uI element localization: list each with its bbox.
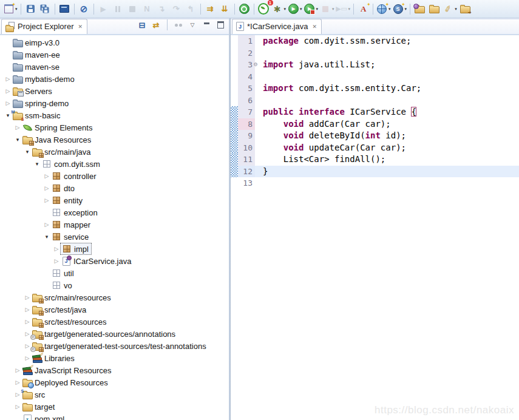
dropdown-arrow-icon[interactable]: ▾	[332, 7, 334, 12]
code-editor[interactable]: 1package com.dyit.ssm.service;23⊖import …	[231, 35, 519, 420]
import-button[interactable]	[413, 2, 427, 16]
expander-icon[interactable]: ▷	[23, 355, 32, 361]
line-number[interactable]: 9	[238, 130, 255, 142]
tree-item-src-test-java[interactable]: ▷src/test/java	[0, 303, 229, 316]
code-line[interactable]: import com.dyit.ssm.entity.Car;	[260, 83, 519, 95]
step-return-button[interactable]: ↰	[184, 2, 198, 16]
skip-all-breakpoints-button[interactable]: ⊘	[77, 2, 91, 16]
code-line[interactable]: package com.dyit.ssm.service;	[260, 35, 519, 47]
expander-icon[interactable]: ▾	[42, 234, 51, 240]
dropdown-arrow-icon[interactable]: ▾	[15, 7, 18, 12]
maximize-button[interactable]	[215, 20, 225, 30]
suspend-button[interactable]	[111, 2, 125, 16]
line-number[interactable]: 7	[238, 106, 255, 118]
tree-item-pom-xml[interactable]: xpom.xml	[0, 413, 229, 420]
expander-icon[interactable]: ▷	[13, 379, 22, 385]
tree-item-exception[interactable]: exception	[0, 206, 229, 218]
tree-item-util[interactable]: util	[0, 267, 229, 279]
line-number[interactable]: 6	[238, 95, 255, 107]
last-edit-location-button[interactable]: ⇊	[218, 2, 232, 16]
line-number[interactable]: 3	[238, 59, 255, 71]
code-line[interactable]	[260, 71, 519, 83]
tree-item-ssm-basic[interactable]: ▾MSssm-basic	[0, 109, 229, 121]
expander-icon[interactable]: ▾	[13, 137, 22, 143]
tree-item-target-generated-sources-annotations[interactable]: ▷⊘target/generated-sources/annotations	[0, 328, 229, 340]
debug-button[interactable]: ✱▾	[271, 2, 287, 16]
dropdown-arrow-icon[interactable]: ▾	[284, 7, 287, 12]
focus-on-active-task-button[interactable]	[174, 20, 183, 30]
dropdown-arrow-icon[interactable]: ▾	[405, 7, 407, 12]
code-line[interactable]: import java.util.List;	[260, 59, 519, 71]
code-line[interactable]	[260, 47, 519, 59]
expander-icon[interactable]: ▷	[42, 173, 51, 179]
line-number[interactable]: 8	[238, 118, 255, 130]
tree-item-impl[interactable]: ▷impl	[0, 243, 229, 255]
open-console-button[interactable]	[58, 2, 72, 16]
step-over-button[interactable]: ↷	[169, 2, 183, 16]
tree-item-target[interactable]: ▷target	[0, 401, 229, 413]
tree-item-src-test-resources[interactable]: ▷src/test/resources	[0, 316, 229, 328]
tree-item-mapper[interactable]: ▷mapper	[0, 218, 229, 231]
stop-server-button[interactable]: ▾	[319, 2, 335, 16]
tree-item-src-main-java[interactable]: ▾src/main/java	[0, 146, 229, 158]
tree-item-icarservice-java[interactable]: ▷JICarService.java	[0, 255, 229, 267]
selected-tree-item[interactable]: impl	[60, 243, 92, 255]
expander-icon[interactable]: ▷	[4, 76, 12, 82]
tree-item-servers[interactable]: ▷Servers	[0, 85, 229, 97]
expander-icon[interactable]: ▷	[23, 307, 32, 313]
dropdown-arrow-icon[interactable]: ▾	[348, 7, 351, 12]
expander-icon[interactable]: ▷	[23, 319, 32, 325]
expander-icon[interactable]: ▷	[4, 88, 12, 94]
code-line[interactable]: void addCar(Car car);	[260, 118, 519, 130]
expander-icon[interactable]: ▷	[23, 294, 32, 300]
open-resource-button[interactable]: ➜	[458, 2, 472, 16]
tree-item-com-dyit-ssm[interactable]: ▾com.dyit.ssm	[0, 158, 229, 170]
disconnect-button[interactable]: N	[140, 2, 154, 16]
fold-collapse-icon[interactable]: ⊖	[255, 59, 260, 71]
tree-item-target-generated-test-sources-test-annotations[interactable]: ▷⊘target/generated-test-sources/test-ann…	[0, 340, 229, 352]
line-number[interactable]: 10	[238, 142, 255, 154]
tree-item-eimp-v3-0[interactable]: eimp-v3.0	[0, 36, 229, 49]
line-number[interactable]: 13	[238, 177, 255, 189]
expander-icon[interactable]: ▷	[13, 124, 22, 130]
expander-icon[interactable]: ▷	[4, 100, 12, 106]
tree-item-vo[interactable]: vo	[0, 279, 229, 291]
line-number[interactable]: 5	[238, 83, 255, 95]
relaunch-button[interactable]: ▶▭▾	[336, 2, 351, 16]
tree-item-deployed-resources[interactable]: ▷Deployed Resources	[0, 376, 229, 388]
tree-item-service[interactable]: ▾service	[0, 231, 229, 243]
line-number[interactable]: 12	[238, 166, 255, 178]
expander-icon[interactable]: ▷	[52, 258, 61, 264]
tree-item-spring-demo[interactable]: ▷spring-demo	[0, 97, 229, 109]
minimize-button[interactable]	[202, 20, 211, 30]
dropdown-arrow-icon[interactable]: ▾	[300, 7, 302, 12]
code-line[interactable]: }	[260, 166, 519, 178]
step-into-button[interactable]: ↴	[155, 2, 169, 16]
export-button[interactable]	[427, 2, 441, 16]
tree-item-maven-ee[interactable]: maven-ee	[0, 49, 229, 61]
tree-item-src[interactable]: ▷Ssrc	[0, 388, 229, 401]
new-web-project-button[interactable]: ✦▾	[376, 2, 392, 16]
dropdown-arrow-icon[interactable]: ▾	[388, 7, 391, 12]
tab-icarservice-java[interactable]: J *ICarService.java ✕	[232, 19, 322, 34]
start-server-button[interactable]	[237, 2, 251, 16]
tree-item-java-resources[interactable]: ▾Java Resources	[0, 134, 229, 146]
tree-item-entity[interactable]: ▷entity	[0, 194, 229, 206]
expander-icon[interactable]: ▾	[23, 149, 32, 155]
expander-icon[interactable]: ▷	[13, 367, 22, 373]
resume-button[interactable]: ▶	[97, 2, 110, 16]
new-web-service-button[interactable]: S✦▾	[392, 2, 408, 16]
code-line[interactable]: void updateCar(Car car);	[260, 142, 519, 154]
collapse-all-button[interactable]: ⊟	[137, 20, 147, 30]
run-last-tool-button[interactable]: ▶▾	[304, 2, 319, 16]
next-annotation-button[interactable]: ⇉	[203, 2, 217, 16]
tree-item-libraries[interactable]: ▷✐Libraries	[0, 352, 229, 364]
new-annotation-button[interactable]: A✦	[356, 2, 370, 16]
line-number[interactable]: 2	[238, 47, 255, 59]
tree-item-dto[interactable]: ▷dto	[0, 182, 229, 194]
tree-item-javascript-resources[interactable]: ▷✐JavaScript Resources	[0, 364, 229, 376]
tree-item-maven-se[interactable]: maven-se	[0, 61, 229, 73]
link-with-editor-button[interactable]: ⇄	[151, 20, 161, 30]
code-line[interactable]	[260, 95, 519, 107]
save-all-button[interactable]	[38, 2, 52, 16]
